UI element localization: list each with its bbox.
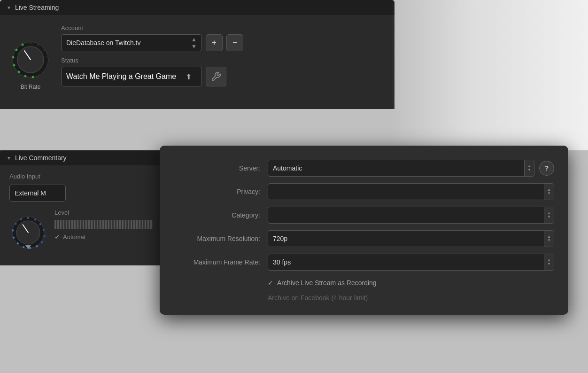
- auto-checkmark-icon: ✓: [54, 233, 60, 241]
- account-row: DieDatabase on Twitch.tv ▲ ▼ + −: [61, 34, 385, 51]
- status-label: Status: [61, 57, 385, 64]
- commentary-content: Audio Input External M: [0, 165, 162, 209]
- bitrate-knob[interactable]: [9, 39, 52, 81]
- archive-facebook-row: Archive on Facebook (4 hour limit): [268, 292, 554, 303]
- auto-label: Automat: [63, 233, 85, 241]
- svg-point-8: [32, 76, 34, 78]
- svg-point-3: [15, 49, 18, 51]
- svg-point-27: [41, 241, 43, 243]
- category-control: ▲ ▼: [268, 207, 554, 224]
- server-label: Server:: [174, 164, 268, 172]
- level-bar: [54, 220, 153, 229]
- archive-live-stream-label: Archive Live Stream as Recording: [277, 279, 377, 287]
- max-resolution-label: Maximum Resolution:: [174, 235, 268, 242]
- add-account-button[interactable]: +: [206, 34, 223, 51]
- archive-section: ✓ Archive Live Stream as Recording Archi…: [174, 277, 554, 303]
- svg-point-5: [13, 64, 15, 67]
- svg-point-1: [30, 42, 32, 45]
- privacy-down-icon[interactable]: ▼: [547, 192, 551, 195]
- svg-point-29: [43, 229, 45, 231]
- max-frame-rate-value: 30 fps: [268, 254, 544, 270]
- max-frame-rate-select[interactable]: 30 fps ▲ ▼: [268, 254, 554, 271]
- server-stepper-icon[interactable]: ▲ ▼: [524, 160, 534, 176]
- svg-point-20: [15, 223, 16, 225]
- privacy-stepper-icon[interactable]: ▲ ▼: [544, 184, 554, 200]
- server-select[interactable]: Automatic ▲ ▼: [268, 160, 534, 177]
- category-stepper-icon[interactable]: ▲ ▼: [544, 207, 554, 223]
- audio-input-value: External M: [15, 189, 46, 197]
- privacy-value: [268, 184, 544, 200]
- account-group: Account DieDatabase on Twitch.tv ▲ ▼ + −: [61, 24, 385, 51]
- max-frame-rate-control: 30 fps ▲ ▼: [268, 254, 554, 271]
- privacy-row: Privacy: ▲ ▼: [174, 183, 554, 200]
- server-down-icon[interactable]: ▼: [527, 168, 531, 172]
- max-frame-rate-label: Maximum Frame Rate:: [174, 258, 268, 266]
- account-select[interactable]: DieDatabase on Twitch.tv ▲ ▼: [61, 34, 202, 51]
- remove-account-button[interactable]: −: [226, 34, 243, 51]
- settings-popup: Server: Automatic ▲ ▼ ? Privacy:: [160, 146, 568, 315]
- svg-point-7: [24, 75, 27, 78]
- max-resolution-row: Maximum Resolution: 720p ▲ ▼: [174, 230, 554, 247]
- archive-facebook-label: Archive on Facebook (4 hour limit): [268, 294, 368, 302]
- level-knob[interactable]: [9, 214, 47, 251]
- server-value: Automatic: [268, 160, 524, 176]
- svg-point-9: [39, 74, 42, 77]
- svg-point-19: [20, 218, 22, 220]
- bitrate-knob-container: Bit Rate: [9, 39, 52, 90]
- max-frame-rate-row: Maximum Frame Rate: 30 fps ▲ ▼: [174, 254, 554, 271]
- bitrate-label: Bit Rate: [21, 84, 41, 90]
- svg-point-10: [45, 70, 47, 72]
- server-row: Server: Automatic ▲ ▼ ?: [174, 160, 554, 177]
- account-label: Account: [61, 24, 385, 31]
- live-commentary-panel: ▼ Live Commentary Audio Input External M: [0, 150, 162, 265]
- svg-point-21: [12, 229, 14, 231]
- svg-point-18: [27, 217, 29, 219]
- collapse-arrow-icon[interactable]: ▼: [7, 5, 11, 10]
- status-value: Watch Me Playing a Great Game: [66, 72, 176, 81]
- svg-point-4: [12, 56, 15, 59]
- privacy-select[interactable]: ▲ ▼: [268, 183, 554, 200]
- live-streaming-panel: ▼ Live Streaming: [0, 0, 395, 109]
- status-select[interactable]: Watch Me Playing a Great Game ⬆: [61, 67, 202, 86]
- max-resolution-stepper-icon[interactable]: ▲ ▼: [544, 231, 554, 247]
- commentary-fields: Audio Input External M: [9, 173, 153, 202]
- framerate-down-icon[interactable]: ▼: [547, 262, 551, 266]
- svg-point-24: [23, 246, 24, 248]
- level-right: Level ✓ Automat: [54, 209, 153, 241]
- level-section: Level ✓ Automat: [0, 209, 162, 256]
- max-resolution-select[interactable]: 720p ▲ ▼: [268, 230, 554, 247]
- svg-point-6: [18, 71, 20, 73]
- max-frame-rate-stepper-icon[interactable]: ▲ ▼: [544, 254, 554, 270]
- svg-point-30: [39, 223, 41, 225]
- server-help-button[interactable]: ?: [539, 161, 554, 176]
- wrench-settings-button[interactable]: [206, 67, 226, 86]
- svg-point-14: [38, 44, 40, 47]
- category-value: [268, 207, 544, 223]
- svg-point-12: [47, 56, 49, 58]
- live-streaming-content: Bit Rate Account DieDatabase on Twitch.t…: [0, 15, 395, 100]
- category-select[interactable]: ▲ ▼: [268, 207, 554, 224]
- live-streaming-header: ▼ Live Streaming: [0, 0, 395, 15]
- audio-input-select[interactable]: External M: [9, 185, 66, 202]
- level-label: Level: [54, 209, 153, 216]
- svg-point-13: [43, 49, 46, 52]
- commentary-collapse-arrow-icon[interactable]: ▼: [7, 155, 11, 161]
- account-arrow-icon: ▲ ▼: [191, 36, 197, 50]
- upload-icon[interactable]: ⬆: [180, 67, 197, 86]
- live-streaming-fields: Account DieDatabase on Twitch.tv ▲ ▼ + −: [61, 24, 385, 86]
- svg-point-31: [34, 218, 36, 220]
- resolution-down-icon[interactable]: ▼: [547, 239, 551, 242]
- archive-live-stream-row[interactable]: ✓ Archive Live Stream as Recording: [268, 277, 554, 288]
- live-streaming-title: Live Streaming: [15, 4, 59, 11]
- svg-point-26: [36, 245, 38, 247]
- auto-checkbox-row[interactable]: ✓ Automat: [54, 233, 153, 241]
- status-row: Watch Me Playing a Great Game ⬆: [61, 67, 385, 86]
- privacy-label: Privacy:: [174, 188, 268, 195]
- max-resolution-value: 720p: [268, 231, 544, 247]
- category-down-icon[interactable]: ▼: [547, 215, 551, 219]
- live-commentary-header: ▼ Live Commentary: [0, 150, 162, 165]
- max-resolution-control: 720p ▲ ▼: [268, 230, 554, 247]
- svg-point-11: [48, 63, 50, 65]
- archive-checkmark-icon: ✓: [268, 279, 273, 287]
- status-group: Status Watch Me Playing a Great Game ⬆: [61, 57, 385, 86]
